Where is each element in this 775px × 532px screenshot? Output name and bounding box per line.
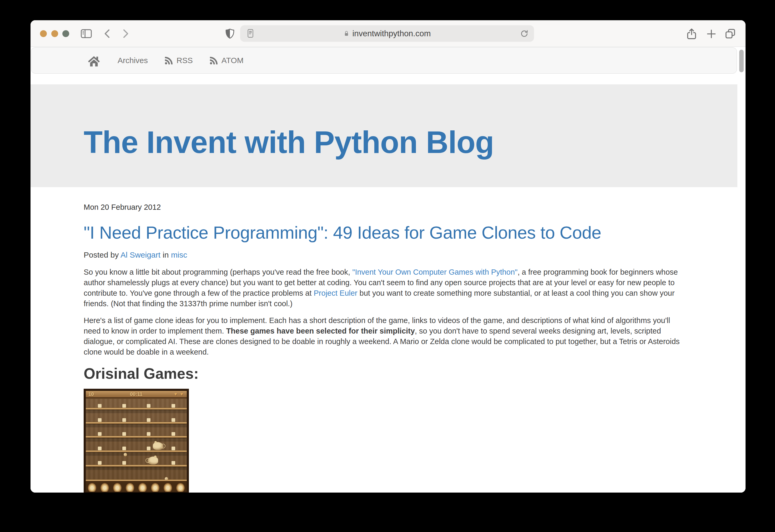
game-shelf — [86, 465, 187, 467]
nav-atom-label: ATOM — [222, 56, 244, 65]
home-icon — [86, 54, 101, 67]
address-bar[interactable]: inventwithpython.com — [240, 25, 534, 42]
byline-middle: in — [160, 250, 171, 259]
reader-view-icon[interactable] — [247, 28, 255, 39]
game-playfield — [86, 399, 187, 493]
zoom-window-button[interactable] — [62, 30, 69, 37]
author-link[interactable]: Al Sweigart — [120, 250, 160, 259]
new-tab-icon[interactable] — [706, 29, 717, 39]
lock-icon — [343, 30, 350, 38]
game-mouse-sprite — [147, 457, 158, 464]
site-nav: Archives RSS — [31, 47, 737, 74]
share-icon[interactable] — [686, 27, 698, 40]
back-button[interactable] — [103, 28, 111, 39]
url-domain: inventwithpython.com — [352, 29, 431, 38]
rss-icon — [209, 56, 219, 65]
game-screenshot-image[interactable]: 10 00:11 ♥ ♥ — [84, 389, 189, 493]
tab-overview-icon[interactable] — [724, 28, 737, 40]
privacy-shield-icon[interactable] — [224, 28, 236, 40]
game-shelf — [86, 436, 187, 438]
reload-icon[interactable] — [520, 29, 529, 39]
site-title: The Invent with Python Blog — [30, 84, 737, 161]
project-euler-link[interactable]: Project Euler — [314, 289, 358, 297]
article: Mon 20 February 2012 "I Need Practice Pr… — [30, 187, 737, 493]
game-shelf — [86, 408, 187, 410]
desktop-background: inventwithpython.com — [0, 0, 775, 532]
game-ball-sprite — [124, 453, 127, 456]
nav-rss-link[interactable]: RSS — [164, 56, 193, 65]
game-mouse-sprite — [153, 442, 163, 450]
game-ball-sprite — [165, 477, 168, 480]
nav-atom-link[interactable]: ATOM — [209, 56, 244, 65]
game-hud: 10 00:11 ♥ ♥ — [86, 391, 187, 398]
game-timer: 00:11 — [130, 391, 142, 397]
sidebar-toggle-icon[interactable] — [80, 28, 92, 39]
article-byline: Posted by Al Sweigart in misc — [84, 250, 737, 260]
nav-archives-link[interactable]: Archives — [117, 56, 148, 65]
section-heading-orisinal-games: Orisinal Games: — [84, 365, 737, 382]
nav-home-link[interactable] — [86, 54, 101, 67]
browser-window: inventwithpython.com — [30, 20, 746, 493]
viewport: Archives RSS — [30, 47, 746, 493]
paragraph-2-bold-text: These games have been selected for their… — [226, 327, 415, 335]
paragraph-2: Here's a list of game clone ideas for yo… — [84, 315, 684, 357]
site-masthead: The Invent with Python Blog — [30, 84, 737, 187]
forward-button[interactable] — [121, 28, 130, 39]
game-shelf — [86, 422, 187, 424]
close-window-button[interactable] — [40, 30, 47, 37]
byline-prefix: Posted by — [84, 250, 120, 259]
book-link[interactable]: "Invent Your Own Computer Games with Pyt… — [352, 268, 517, 276]
game-score: 10 — [88, 391, 94, 397]
paragraph-1-text: So you know a little bit about programmi… — [84, 268, 352, 276]
game-pegs — [98, 404, 101, 408]
paragraph-1: So you know a little bit about programmi… — [84, 267, 684, 309]
nav-archives-label: Archives — [117, 56, 148, 65]
site-title-link[interactable]: The Invent with Python Blog — [84, 125, 494, 160]
article-title-link[interactable]: "I Need Practice Programming": 49 Ideas … — [84, 223, 601, 242]
rss-icon — [164, 56, 173, 65]
category-link[interactable]: misc — [171, 250, 187, 259]
game-plates-row — [86, 481, 187, 493]
article-date: Mon 20 February 2012 — [84, 202, 737, 212]
nav-rss-label: RSS — [176, 56, 193, 65]
webpage: Archives RSS — [30, 47, 737, 493]
minimize-window-button[interactable] — [51, 30, 58, 37]
game-shelf — [86, 450, 187, 452]
vertical-scrollbar-thumb[interactable] — [739, 50, 744, 72]
browser-toolbar: inventwithpython.com — [30, 20, 746, 47]
article-title: "I Need Practice Programming": 49 Ideas … — [84, 222, 737, 243]
game-lives-hearts-icon: ♥ ♥ — [174, 392, 184, 397]
